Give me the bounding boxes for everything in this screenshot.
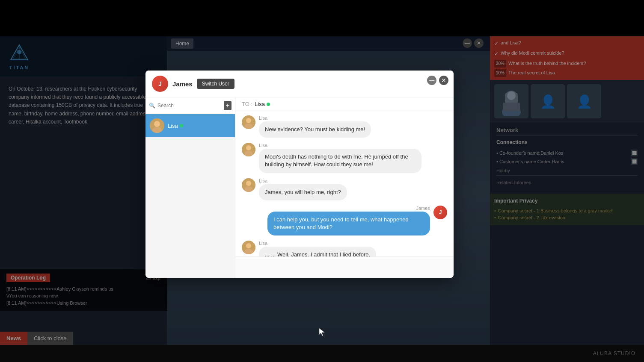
msg-content-5: Lisa ... ... Well, James, I admit that I… bbox=[259, 241, 376, 256]
msg-bubble-1: New evidence? You must be kidding me! bbox=[259, 121, 371, 138]
to-label: TO : bbox=[242, 101, 252, 107]
add-contact-button[interactable]: + bbox=[224, 101, 231, 110]
contact-item-lisa[interactable]: Lisa bbox=[145, 114, 235, 137]
search-bar: 🔍 + bbox=[145, 97, 235, 114]
msg-sender-4: James bbox=[416, 206, 430, 211]
msg-sender-5: Lisa bbox=[259, 241, 376, 246]
msg-content-1: Lisa New evidence? You must be kidding m… bbox=[259, 115, 371, 138]
modal-username: James bbox=[172, 80, 193, 88]
minus-icon: — bbox=[429, 77, 434, 83]
james-avatar-initial: J bbox=[158, 80, 162, 87]
lisa-msg-avatar-3 bbox=[242, 178, 255, 192]
modal-close-button[interactable]: ✕ bbox=[439, 76, 448, 85]
modal-minimize-button[interactable]: — bbox=[427, 76, 436, 85]
svg-point-18 bbox=[246, 145, 251, 150]
msg-bubble-3: James, you will help me, right? bbox=[259, 184, 347, 200]
chat-area: TO : Lisa Li bbox=[235, 97, 454, 278]
msg-content-3: Lisa James, you will help me, right? bbox=[259, 178, 347, 200]
switch-user-button[interactable]: Switch User bbox=[197, 79, 234, 89]
msg-sender-1: Lisa bbox=[259, 115, 371, 121]
search-input[interactable] bbox=[157, 103, 222, 109]
message-row-4: James I can help you, but you need to te… bbox=[242, 206, 447, 235]
contact-avatar-lisa bbox=[150, 118, 164, 133]
svg-point-12 bbox=[154, 121, 160, 127]
svg-point-24 bbox=[246, 243, 251, 248]
msg-sender-2: Lisa bbox=[259, 143, 421, 148]
close-icon: ✕ bbox=[441, 77, 446, 84]
to-name: Lisa bbox=[255, 101, 270, 107]
lisa-msg-avatar-5 bbox=[242, 241, 255, 254]
chat-input[interactable] bbox=[242, 262, 447, 268]
msg-bubble-2: Modi's death has nothing to do with me. … bbox=[259, 149, 421, 173]
lisa-msg-avatar-2 bbox=[242, 143, 255, 156]
msg-bubble-4: I can help you, but you need to tell me,… bbox=[267, 212, 430, 235]
chat-input-area bbox=[235, 256, 454, 278]
chat-modal: J James Switch User — ✕ 🔍 + bbox=[145, 71, 454, 278]
svg-point-21 bbox=[246, 181, 251, 186]
search-icon: 🔍 bbox=[149, 103, 155, 109]
modal-body: 🔍 + Lisa bbox=[145, 97, 454, 278]
lisa-msg-avatar-1 bbox=[242, 115, 255, 129]
james-msg-avatar: J bbox=[433, 206, 447, 219]
own-msg-wrapper-4: James I can help you, but you need to te… bbox=[267, 206, 430, 235]
message-row-2: Lisa Modi's death has nothing to do with… bbox=[242, 143, 447, 173]
msg-avatar-5 bbox=[242, 241, 255, 254]
msg-bubble-5: ... ... Well, James, I admit that I lied… bbox=[259, 247, 376, 256]
cursor bbox=[318, 328, 326, 336]
msg-avatar-3 bbox=[242, 178, 255, 192]
contacts-sidebar: 🔍 + Lisa bbox=[145, 97, 235, 278]
plus-icon: + bbox=[226, 102, 229, 109]
message-row-3: Lisa James, you will help me, right? bbox=[242, 178, 447, 200]
lisa-avatar-svg bbox=[150, 118, 164, 133]
modal-header: J James Switch User — ✕ bbox=[145, 71, 454, 97]
chat-to-header: TO : Lisa bbox=[235, 97, 454, 111]
msg-content-2: Lisa Modi's death has nothing to do with… bbox=[259, 143, 421, 173]
msg-avatar-1 bbox=[242, 115, 255, 129]
svg-point-15 bbox=[246, 118, 251, 123]
chat-messages: Lisa New evidence? You must be kidding m… bbox=[235, 111, 454, 256]
online-indicator bbox=[180, 124, 183, 127]
contact-name-lisa: Lisa bbox=[168, 123, 183, 129]
cursor-svg bbox=[318, 328, 326, 336]
msg-avatar-2 bbox=[242, 143, 255, 156]
message-row-5: Lisa ... ... Well, James, I admit that I… bbox=[242, 241, 447, 256]
james-avatar: J bbox=[152, 76, 168, 92]
msg-sender-3: Lisa bbox=[259, 178, 347, 183]
message-row-1: Lisa New evidence? You must be kidding m… bbox=[242, 115, 447, 138]
to-online-dot bbox=[267, 103, 270, 106]
svg-marker-26 bbox=[319, 328, 325, 336]
